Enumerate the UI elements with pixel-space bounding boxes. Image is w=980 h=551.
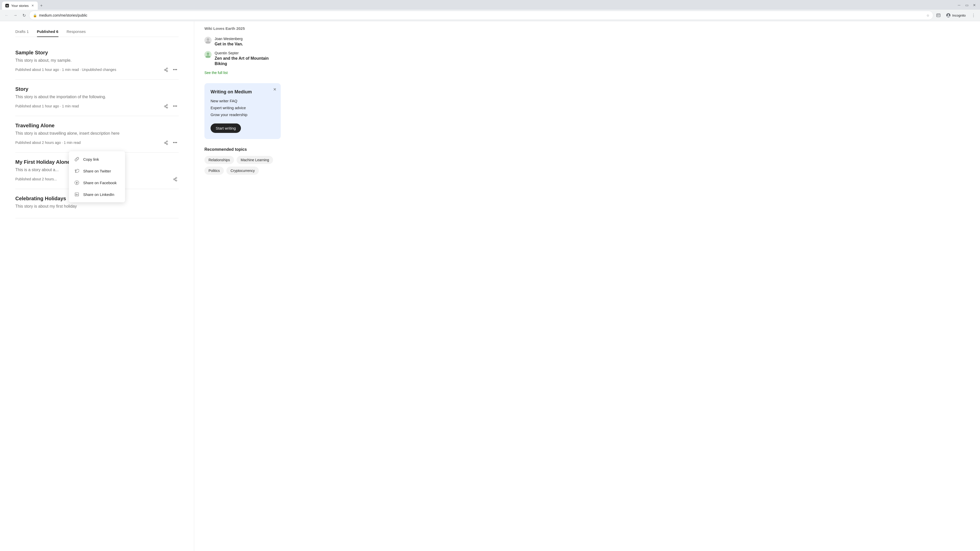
story-meta: Published about 1 hour ago · 1 min read … [15, 68, 116, 72]
share-linkedin-label: Share on LinkedIn [83, 192, 115, 197]
story-tabs: Drafts 1 Published 6 Responses [15, 21, 179, 37]
star-icon[interactable]: ☆ [926, 14, 929, 17]
story-excerpt: This story is about travelling alone, in… [15, 130, 179, 137]
story-meta-row: Published about 1 hour ago · 1 min read … [15, 66, 179, 73]
more-button[interactable]: ••• [172, 66, 179, 73]
share-button[interactable] [162, 103, 169, 110]
svg-point-13 [207, 38, 209, 41]
browser-tab-active[interactable]: M Your stories ✕ [2, 2, 38, 10]
maximize-button[interactable]: ▭ [963, 2, 970, 9]
writing-on-medium-card: ✕ Writing on Medium New writer FAQ Exper… [204, 83, 281, 139]
story-actions [172, 176, 179, 183]
topic-machine-learning[interactable]: Machine Learning [237, 156, 273, 164]
start-writing-button[interactable]: Start writing [210, 124, 241, 133]
story-item: Sample Story This story is about, my sam… [15, 43, 179, 79]
sidebar-top-section: Wiki Loves Earth 2025 [204, 26, 281, 30]
window-controls: ─ ▭ ✕ [956, 2, 978, 10]
avatar [204, 51, 212, 58]
back-button[interactable]: ← [3, 12, 10, 19]
tab-responses[interactable]: Responses [67, 26, 86, 37]
recommended-topics-title: Recommended topics [204, 147, 281, 152]
forward-button[interactable]: → [12, 12, 19, 19]
facebook-icon [74, 180, 80, 186]
topic-politics[interactable]: Politics [204, 167, 224, 175]
rec-author: Joan Westenberg [215, 37, 281, 41]
story-title[interactable]: Story [15, 86, 179, 92]
expert-writing-advice-link[interactable]: Expert writing advice [210, 106, 275, 110]
story-excerpt: This story is about my first holiday [15, 203, 179, 210]
menu-icon[interactable]: ⋮ [970, 12, 977, 19]
share-button[interactable] [172, 176, 179, 183]
dropdown-copy-link[interactable]: Copy link [69, 153, 125, 165]
rec-author: Quentin Septer [215, 51, 281, 55]
main-content: Drafts 1 Published 6 Responses Sample St… [0, 21, 194, 551]
lock-icon: 🔒 [33, 14, 37, 17]
browser-chrome: M Your stories ✕ + ─ ▭ ✕ ← → ↻ 🔒 ☆ Incog… [0, 0, 980, 21]
avatar [204, 37, 212, 44]
see-full-list-link[interactable]: See the full list [204, 71, 228, 75]
incognito-label: Incognito [952, 14, 966, 17]
recommended-topics-section: Recommended topics Relationships Machine… [204, 147, 281, 175]
url-input[interactable] [39, 13, 924, 17]
story-meta: Published about 2 hours ago · 1 min read [15, 141, 81, 144]
grow-readership-link[interactable]: Grow your readership [210, 113, 275, 117]
writing-card-close-button[interactable]: ✕ [272, 86, 278, 92]
story-actions: ••• [162, 66, 179, 73]
story-item: Travelling Alone This story is about tra… [15, 116, 179, 152]
copy-link-label: Copy link [83, 157, 99, 162]
story-title[interactable]: Sample Story [15, 49, 179, 56]
more-button-active[interactable]: ••• [172, 139, 179, 146]
linkedin-icon [74, 192, 80, 197]
link-icon [74, 156, 80, 162]
rec-item: Quentin Septer Zen and the Art of Mounta… [204, 51, 281, 67]
tab-favicon: M [5, 3, 9, 8]
tab-published[interactable]: Published 6 [37, 26, 59, 37]
share-button[interactable] [162, 66, 169, 73]
rec-content: Joan Westenberg Get in the Van. [215, 37, 281, 47]
writing-card-title: Writing on Medium [210, 89, 275, 95]
dropdown-share-facebook[interactable]: Share on Facebook [69, 177, 125, 189]
svg-point-11 [76, 193, 76, 194]
story-item: Story This story is about the importatio… [15, 79, 179, 116]
svg-point-7 [948, 14, 949, 16]
story-meta-row: Published about 2 hours ago · 1 min read… [15, 139, 179, 146]
rec-title[interactable]: Zen and the Art of Mountain Biking [215, 56, 281, 67]
story-meta-row: Published about 1 hour ago · 1 min read … [15, 103, 179, 110]
new-writer-faq-link[interactable]: New writer FAQ [210, 99, 275, 103]
dropdown-share-linkedin[interactable]: Share on LinkedIn [69, 189, 125, 200]
tab-title: Your stories [11, 4, 29, 8]
rec-content: Quentin Septer Zen and the Art of Mounta… [215, 51, 281, 67]
share-twitter-label: Share on Twitter [83, 169, 111, 173]
page-content: Drafts 1 Published 6 Responses Sample St… [0, 21, 980, 551]
story-excerpt: This story is about, my sample. [15, 57, 179, 64]
incognito-button[interactable]: Incognito [943, 12, 968, 19]
story-actions: ••• [162, 139, 179, 146]
sidebar-top-title: Wiki Loves Earth 2025 [204, 26, 281, 30]
story-title[interactable]: Travelling Alone [15, 122, 179, 129]
share-facebook-label: Share on Facebook [83, 181, 117, 185]
story-actions: ••• [162, 103, 179, 110]
new-tab-button[interactable]: + [38, 2, 45, 9]
topic-relationships[interactable]: Relationships [204, 156, 234, 164]
twitter-icon [74, 168, 80, 174]
share-dropdown-menu: Copy link Share on Twitter [69, 151, 125, 202]
bookmark-icon[interactable] [935, 12, 942, 19]
close-button[interactable]: ✕ [971, 2, 978, 9]
reload-button[interactable]: ↻ [21, 12, 27, 19]
topics-grid: Relationships Machine Learning Politics … [204, 156, 281, 175]
minimize-button[interactable]: ─ [956, 2, 963, 9]
address-bar[interactable]: 🔒 ☆ [29, 11, 933, 20]
tab-drafts[interactable]: Drafts 1 [15, 26, 29, 37]
svg-rect-3 [937, 14, 939, 16]
more-button[interactable]: ••• [172, 103, 179, 110]
story-excerpt: This story is about the importation of t… [15, 94, 179, 100]
share-button[interactable] [162, 139, 169, 146]
rec-title[interactable]: Get in the Van. [215, 41, 281, 47]
dropdown-share-twitter[interactable]: Share on Twitter [69, 165, 125, 177]
tab-close-button[interactable]: ✕ [30, 3, 35, 8]
story-meta: Published about 2 hours... [15, 177, 57, 181]
svg-rect-10 [76, 194, 76, 195]
recommended-articles-section: Joan Westenberg Get in the Van. Quentin … [204, 37, 281, 75]
topic-cryptocurrency[interactable]: Cryptocurrency [226, 167, 259, 175]
svg-point-15 [207, 52, 209, 55]
